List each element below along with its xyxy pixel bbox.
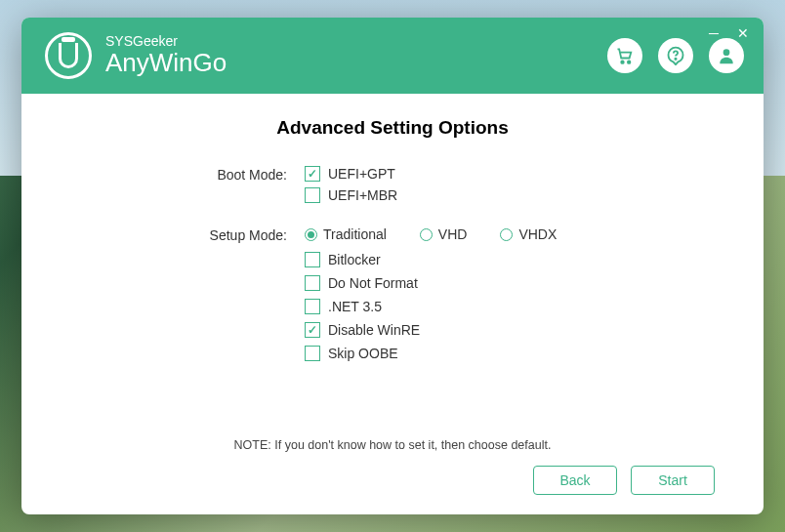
extra-do-not-format[interactable]: Do Not Format [305, 275, 715, 291]
minimize-button[interactable]: ─ [707, 25, 721, 41]
back-button[interactable]: Back [533, 466, 617, 495]
titlebar: ─ ✕ SYSGeeker AnyWinGo [21, 18, 764, 94]
boot-mode-uefi-mbr[interactable]: UEFI+MBR [305, 187, 715, 203]
content-area: Advanced Setting Options Boot Mode: UEFI… [21, 94, 764, 514]
setup-mode-vhdx[interactable]: VHDX [500, 226, 557, 242]
checkbox-label: Skip OOBE [328, 346, 398, 361]
radio-icon [305, 228, 317, 241]
radio-label: Traditional [323, 226, 387, 242]
radio-label: VHDX [518, 226, 557, 242]
note-text: NOTE: If you don't know how to set it, t… [21, 438, 764, 452]
user-icon [717, 46, 736, 65]
checkbox-icon [305, 252, 320, 267]
start-button[interactable]: Start [631, 466, 715, 495]
page-title: Advanced Setting Options [70, 117, 715, 139]
boot-mode-uefi-gpt[interactable]: UEFI+GPT [305, 166, 715, 182]
boot-mode-label: Boot Mode: [207, 166, 305, 183]
extra-disable-winre[interactable]: Disable WinRE [305, 322, 715, 338]
checkbox-icon [305, 166, 320, 182]
logo-icon [45, 32, 92, 79]
checkbox-label: .NET 3.5 [328, 299, 382, 314]
cart-button[interactable] [607, 38, 642, 73]
setup-mode-row: Setup Mode: Traditional VHD [207, 226, 715, 369]
checkbox-label: UEFI+GPT [328, 166, 395, 182]
checkbox-label: UEFI+MBR [328, 187, 397, 203]
checkbox-icon [305, 275, 320, 291]
svg-point-2 [675, 59, 676, 60]
extras-group: Bitlocker Do Not Format .NET 3.5 Di [305, 252, 715, 361]
checkbox-label: Bitlocker [328, 252, 381, 267]
extra-skip-oobe[interactable]: Skip OOBE [305, 346, 715, 361]
radio-icon [420, 228, 433, 241]
checkbox-icon [305, 346, 320, 361]
help-icon [666, 46, 685, 65]
checkbox-label: Disable WinRE [328, 322, 420, 338]
setup-mode-vhd[interactable]: VHD [420, 226, 468, 242]
extra-net35[interactable]: .NET 3.5 [305, 299, 715, 314]
svg-point-3 [723, 49, 730, 56]
user-button[interactable] [709, 38, 744, 73]
svg-point-0 [621, 61, 624, 62]
checkbox-icon [305, 187, 320, 203]
svg-point-1 [628, 61, 631, 62]
checkbox-icon [305, 322, 320, 338]
radio-icon [500, 228, 513, 241]
cart-icon [615, 46, 635, 65]
checkbox-label: Do Not Format [328, 275, 418, 291]
app-window: ─ ✕ SYSGeeker AnyWinGo [21, 18, 764, 514]
radio-label: VHD [438, 226, 468, 242]
extra-bitlocker[interactable]: Bitlocker [305, 252, 715, 267]
close-button[interactable]: ✕ [736, 25, 750, 41]
boot-mode-row: Boot Mode: UEFI+GPT UEFI+MBR [207, 166, 715, 209]
help-button[interactable] [658, 38, 693, 73]
brand-small: SYSGeeker [105, 34, 227, 49]
checkbox-icon [305, 299, 320, 314]
window-controls: ─ ✕ [707, 25, 750, 41]
brand-block: SYSGeeker AnyWinGo [45, 32, 227, 79]
brand-name: AnyWinGo [105, 49, 227, 77]
setup-mode-label: Setup Mode: [207, 226, 305, 243]
setup-mode-traditional[interactable]: Traditional [305, 226, 387, 242]
